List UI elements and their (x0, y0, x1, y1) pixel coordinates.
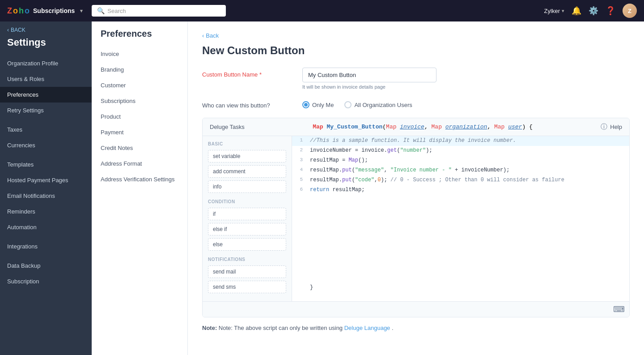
sidebar-item-automation[interactable]: Automation (0, 219, 92, 235)
sidebar-item-retry-settings[interactable]: Retry Settings (0, 103, 92, 118)
block-send-sms[interactable]: send sms (208, 281, 286, 293)
code-line-5: 5 resultMap.put("code",0); // 0 - Succes… (292, 175, 629, 185)
sidebar: ‹ BACK Settings Organization Profile Use… (0, 21, 92, 355)
code-line-4: 4 resultMap.put("message", "Invoice numb… (292, 166, 629, 175)
sidebar-title: Settings (0, 35, 92, 56)
kw-map-1: Map (313, 124, 323, 130)
note-bold: Note: (202, 325, 217, 331)
search-placeholder: Search (107, 8, 126, 14)
line-num-3: 3 (292, 156, 306, 164)
line-content-2: invoiceNumber = invoice.get("number"); (306, 146, 436, 155)
note-row: Note: Note: The above script can only be… (202, 325, 630, 331)
code-footer: ⌨ (203, 301, 629, 317)
sidebar-item-org-profile[interactable]: Organization Profile (0, 56, 92, 71)
help-button[interactable]: ⓘ Help (601, 123, 622, 131)
keyboard-icon[interactable]: ⌨ (613, 304, 625, 314)
top-navigation: Zoho Subscriptions ▾ 🔍 Search Zylker ▾ 🔔… (0, 0, 644, 21)
note-end: . (392, 325, 394, 331)
settings-icon[interactable]: ⚙️ (589, 6, 598, 16)
code-line-1: 1 //This is a sample function. It will d… (292, 136, 629, 146)
code-lines[interactable]: 1 //This is a sample function. It will d… (292, 136, 629, 301)
sidebar-item-taxes[interactable]: Taxes (0, 122, 92, 137)
block-add-comment[interactable]: add comment (208, 165, 286, 178)
nav-item-payment[interactable]: Payment (92, 124, 187, 140)
sidebar-item-templates[interactable]: Templates (0, 157, 92, 172)
button-name-row: Custom Button Name * It will be shown in… (202, 68, 630, 90)
block-send-mail[interactable]: send mail (208, 265, 286, 278)
sidebar-item-currencies[interactable]: Currencies (0, 137, 92, 153)
radio-all-users-circle[interactable] (344, 101, 352, 108)
deluge-tasks-label: Deluge Tasks (210, 124, 245, 130)
sidebar-item-email-notifications[interactable]: Email Notifications (0, 188, 92, 204)
content-area: ‹ Back New Custom Button Custom Button N… (188, 21, 644, 355)
back-arrow-icon: ‹ (202, 32, 204, 39)
block-set-variable[interactable]: set variable (208, 150, 286, 163)
section-basic-label: BASIC (208, 141, 286, 146)
button-name-input[interactable] (302, 68, 436, 82)
radio-all-users[interactable]: All Organization Users (344, 101, 412, 108)
sidebar-item-integrations[interactable]: Integrations (0, 239, 92, 254)
sidebar-back-button[interactable]: ‹ BACK (0, 21, 92, 35)
nav-item-product[interactable]: Product (92, 109, 187, 124)
sidebar-item-reminders[interactable]: Reminders (0, 204, 92, 219)
section-condition-label: CONDITION (208, 199, 286, 204)
main-layout: ‹ BACK Settings Organization Profile Use… (0, 21, 644, 355)
help-icon[interactable]: ❓ (606, 6, 615, 16)
line-content-4: resultMap.put("message", "Invoice number… (306, 166, 513, 175)
sidebar-item-data-backup[interactable]: Data Backup (0, 258, 92, 274)
line-content-6: return resultMap; (306, 185, 368, 194)
block-if[interactable]: if (208, 208, 286, 220)
zoho-icon: Zoho (7, 6, 30, 16)
nav-item-address-format[interactable]: Address Format (92, 156, 187, 171)
brand-name: Subscriptions (33, 7, 75, 14)
line-num-6: 6 (292, 185, 306, 193)
deluge-language-link[interactable]: Deluge Language (344, 325, 390, 331)
nav-item-branding[interactable]: Branding (92, 62, 187, 77)
block-else[interactable]: else (208, 238, 286, 251)
user-name[interactable]: Zylker ▾ (544, 8, 564, 14)
line-num-5: 5 (292, 175, 306, 184)
nav-item-credit-notes[interactable]: Credit Notes (92, 140, 187, 156)
code-editor: Deluge Tasks Map My_Custom_Button(Map in… (202, 118, 630, 317)
back-chevron-icon: ‹ (7, 27, 9, 33)
nav-item-subscriptions[interactable]: Subscriptions (92, 93, 187, 109)
param-organization: organization (445, 124, 487, 130)
code-body: BASIC set variable add comment info COND… (203, 136, 629, 301)
search-input[interactable]: 🔍 Search (92, 5, 226, 17)
brand-chevron-icon: ▾ (80, 8, 83, 14)
function-signature: Map My_Custom_Button(Map invoice, Map or… (313, 124, 533, 130)
param-invoice: invoice (400, 124, 424, 130)
sidebar-item-hosted-payment[interactable]: Hosted Payment Pages (0, 172, 92, 188)
kw-map-4: Map (494, 124, 504, 130)
line-num-1: 1 (292, 136, 306, 144)
sidebar-item-users-roles[interactable]: Users & Roles (0, 71, 92, 87)
line-num-7 (292, 289, 306, 292)
button-name-label: Custom Button Name * (202, 68, 292, 78)
code-line-6: 6 return resultMap; (292, 185, 629, 195)
notifications-icon[interactable]: 🔔 (572, 6, 581, 16)
nav-item-invoice[interactable]: Invoice (92, 46, 187, 62)
sidebar-item-preferences[interactable]: Preferences (0, 87, 92, 103)
block-info[interactable]: info (208, 180, 286, 193)
code-line-2: 2 invoiceNumber = invoice.get("number"); (292, 146, 629, 156)
radio-only-me-circle[interactable] (302, 101, 309, 108)
top-nav-right: Zylker ▾ 🔔 ⚙️ ❓ Z (544, 4, 637, 18)
kw-map-3: Map (432, 124, 442, 130)
code-line-3: 3 resultMap = Map(); (292, 156, 629, 166)
nav-item-address-verification[interactable]: Address Verification Settings (92, 171, 187, 187)
sidebar-item-subscription[interactable]: Subscription (0, 274, 92, 289)
line-content-3: resultMap = Map(); (306, 156, 372, 165)
nav-item-customer[interactable]: Customer (92, 77, 187, 93)
back-button[interactable]: ‹ Back (202, 32, 630, 39)
line-content-7: } (306, 283, 317, 292)
brand-logo[interactable]: Zoho Subscriptions ▾ (7, 6, 83, 16)
preferences-title: Preferences (92, 29, 187, 46)
block-else-if[interactable]: else if (208, 223, 286, 235)
kw-map-2: Map (386, 124, 396, 130)
preferences-nav: Preferences Invoice Branding Customer Su… (92, 21, 188, 355)
radio-only-me[interactable]: Only Me (302, 101, 334, 108)
avatar[interactable]: Z (623, 4, 637, 18)
view-permission-row: Who can view this button? Only Me All Or… (202, 98, 630, 109)
param-user: user (508, 124, 522, 130)
button-name-hint: It will be shown in invoice details page (302, 84, 436, 90)
